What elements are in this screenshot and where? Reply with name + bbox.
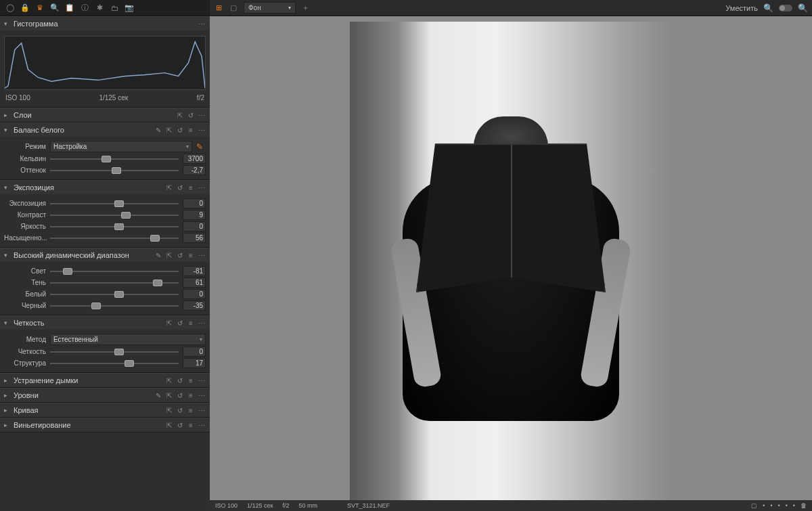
chevron-right-icon[interactable]: ▸ [4,377,11,384]
expand-icon[interactable]: ⇱ [165,422,173,429]
tint-value[interactable]: -2,7 [183,165,206,175]
chevron-right-icon[interactable]: ▸ [4,407,11,414]
folder-icon[interactable]: 🗀 [110,3,119,13]
slider-value[interactable]: 17 [183,358,206,368]
crop-icon[interactable]: ▢ [751,502,757,509]
reset-icon[interactable]: ↺ [176,392,184,399]
histogram-chart[interactable] [4,36,206,90]
chevron-down-icon[interactable]: ▾ [4,252,11,259]
hdr-slider-0[interactable] [50,267,179,276]
chevron-down-icon[interactable]: ▾ [4,127,11,133]
reset-icon[interactable]: ↺ [176,252,184,259]
chevron-down-icon[interactable]: ▾ [4,319,11,326]
dot-icon[interactable]: • [770,502,772,509]
exposure-slider-1[interactable] [50,210,179,220]
more-icon[interactable]: ⋯ [198,112,206,119]
menu-icon[interactable]: ≡ [187,127,195,134]
more-icon[interactable]: ⋯ [198,184,206,192]
zoom-in-icon[interactable]: 🔍 [798,3,808,13]
more-icon[interactable]: ⋯ [198,252,206,259]
more-icon[interactable]: ⋯ [198,407,206,414]
slider-value[interactable]: 0 [183,347,206,357]
reset-icon[interactable]: ↺ [176,422,184,429]
expand-icon[interactable]: ⇱ [165,392,173,399]
slider-value[interactable]: -35 [183,301,206,311]
menu-icon[interactable]: ≡ [187,407,195,414]
slider-value[interactable]: -81 [183,266,206,276]
zoom-toggle[interactable] [779,5,792,12]
expand-icon[interactable]: ⇱ [165,184,173,192]
menu-icon[interactable]: ≡ [187,422,195,429]
chevron-right-icon[interactable]: ▸ [4,112,11,118]
pencil-icon[interactable]: ✎ [154,127,162,134]
trash-icon[interactable]: 🗑 [800,502,807,509]
chevron-right-icon[interactable]: ▸ [4,392,11,399]
grid-icon[interactable]: ⊞ [214,3,223,13]
layer-select[interactable]: Фон ▾ [244,2,296,14]
single-icon[interactable]: ▢ [229,3,238,13]
reset-icon[interactable]: ↺ [176,127,184,134]
exposure-slider-0[interactable] [50,199,179,208]
slider-value[interactable]: 9 [183,210,206,220]
add-icon[interactable]: ＋ [301,3,311,13]
crown-icon[interactable]: ♛ [35,3,45,13]
slider-value[interactable]: 0 [183,198,206,208]
menu-icon[interactable]: ≡ [187,392,195,399]
image-viewport[interactable]: ISO 100 1/125 сек f/2 50 mm SVT_3121.NEF… [210,16,812,511]
expand-icon[interactable]: ⇱ [165,319,173,327]
eyedropper-icon[interactable]: ✎ [196,142,206,152]
more-icon[interactable]: ⋯ [198,20,206,28]
expand-icon[interactable]: ⇱ [165,127,173,134]
gear-icon[interactable]: ✱ [95,3,104,13]
camera-icon[interactable]: 📷 [125,3,134,13]
more-icon[interactable]: ⋯ [198,422,206,429]
clarity-slider-1[interactable] [50,359,179,368]
zoom-out-icon[interactable]: 🔍 [763,3,773,13]
expand-icon[interactable]: ⇱ [165,407,173,414]
reset-icon[interactable]: ↺ [176,319,184,327]
more-icon[interactable]: ⋯ [198,319,206,327]
slider-value[interactable]: 61 [183,277,206,288]
clarity-slider-0[interactable] [50,347,179,357]
slider-value[interactable]: 56 [183,233,206,243]
reset-icon[interactable]: ↺ [176,377,184,384]
more-icon[interactable]: ⋯ [198,377,206,384]
expand-icon[interactable]: ⇱ [165,377,173,384]
hdr-slider-3[interactable] [50,301,179,311]
more-icon[interactable]: ⋯ [198,127,206,134]
tint-slider[interactable] [50,166,179,175]
menu-icon[interactable]: ≡ [187,252,195,259]
chevron-right-icon[interactable]: ▸ [4,422,11,428]
search-icon[interactable]: 🔍 [50,3,60,13]
chevron-down-icon[interactable]: ▾ [4,20,11,27]
exposure-slider-2[interactable] [50,222,179,231]
dot-icon[interactable]: • [793,502,795,509]
kelvin-value[interactable]: 3700 [183,154,206,164]
reset-icon[interactable]: ↺ [176,407,184,414]
reset-icon[interactable]: ↺ [176,184,184,192]
more-icon[interactable]: ⋯ [198,392,206,399]
pencil-icon[interactable]: ✎ [154,392,162,399]
slider-value[interactable]: 0 [183,289,206,299]
slider-value[interactable]: 0 [183,221,206,231]
expand-icon[interactable]: ⇱ [176,112,184,119]
zoom-fit-label[interactable]: Уместить [725,4,758,12]
clarity-method-select[interactable]: Естественный ▾ [50,334,206,345]
exposure-slider-3[interactable] [50,234,179,243]
chevron-down-icon[interactable]: ▾ [4,184,11,191]
menu-icon[interactable]: ≡ [187,319,195,327]
expand-icon[interactable]: ⇱ [165,252,173,259]
reset-icon[interactable]: ↺ [187,112,195,119]
circle-icon[interactable]: ◯ [5,3,15,13]
hdr-slider-1[interactable] [50,278,179,288]
dot-icon[interactable]: • [778,502,780,509]
menu-icon[interactable]: ≡ [187,184,195,192]
lock-icon[interactable]: 🔒 [20,3,30,13]
dot-icon[interactable]: • [763,502,765,509]
menu-icon[interactable]: ≡ [187,377,195,384]
dot-icon[interactable]: • [786,502,788,509]
clipboard-icon[interactable]: 📋 [65,3,74,13]
info-icon[interactable]: ⓘ [80,3,89,13]
kelvin-slider[interactable] [50,154,179,164]
hdr-slider-2[interactable] [50,290,179,299]
